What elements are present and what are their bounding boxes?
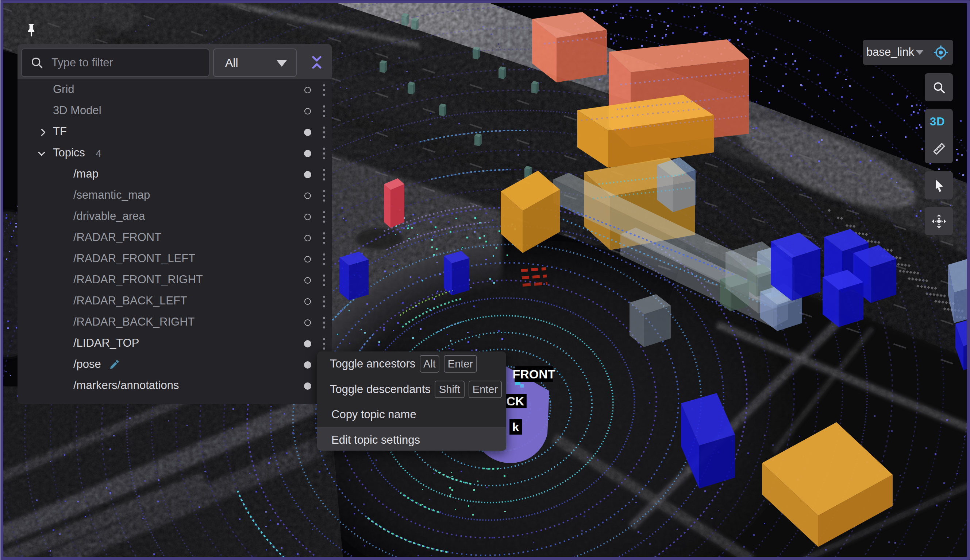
svg-text:k: k — [512, 420, 519, 434]
svg-text:CK: CK — [506, 394, 524, 408]
svg-text:FRONT: FRONT — [512, 367, 555, 381]
